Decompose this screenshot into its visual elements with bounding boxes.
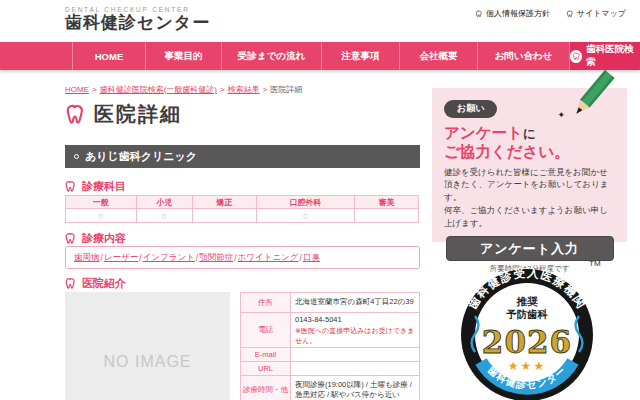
- breadcrumb: HOME>歯科健診医院検索(一般歯科健診)>検索結果>医院詳細: [65, 84, 302, 95]
- survey-headline-em: アンケート: [444, 124, 523, 141]
- breadcrumb-results[interactable]: 検索結果: [228, 85, 260, 94]
- utility-links: 個人情報保護方針 サイトマップ: [475, 8, 626, 19]
- logo-title: 歯科健診センター: [65, 13, 210, 33]
- badge-seal: TM 歯科健診受入医療機関 推奨 予防歯科 2026 ★★★ 歯科健診センター: [455, 253, 605, 400]
- subject-mark: [355, 209, 419, 223]
- clinic-info-table: 住所 北海道室蘭市宮の森町4丁目22の39 電話 0143-84-5041 ※医…: [240, 292, 420, 400]
- tooth-icon: [64, 277, 77, 290]
- service-separator: /: [139, 253, 141, 263]
- row-label-email: E-mail: [241, 348, 291, 362]
- breadcrumb-separator: >: [220, 85, 225, 94]
- logo-subtitle: DENTAL CHECKUP CENTER: [65, 6, 210, 13]
- phone-note: ※医院への直接申込みはお受けできません。: [295, 326, 415, 345]
- survey-request-box: ✦ お願い アンケートに ご協力ください。 健診を受けられた皆様にご意見をお聞か…: [432, 88, 627, 242]
- service-link-perio[interactable]: 歯周病: [74, 252, 100, 264]
- service-link-whitening[interactable]: ホワイトニング: [238, 252, 299, 264]
- subject-col-oral-surgery: 口腔外科: [256, 196, 355, 209]
- table-row: URL: [241, 362, 420, 376]
- services-heading: 診療内容: [82, 231, 126, 246]
- badge-line1: 推奨: [515, 295, 538, 307]
- certification-badge: TM 歯科健診受入医療機関 推奨 予防歯科 2026 ★★★ 歯科健診センター: [432, 253, 627, 400]
- no-image-label: NO IMAGE: [103, 353, 191, 371]
- row-label-address: 住所: [241, 293, 291, 313]
- phone-number: 0143-84-5041: [295, 315, 342, 324]
- page-title-block: 医院詳細: [64, 101, 182, 128]
- tooth-icon: [64, 232, 77, 245]
- row-label-url: URL: [241, 362, 291, 376]
- subjects-table: 一般 小児 矯正 口腔外科 審美 ○ ○ ○: [65, 195, 419, 223]
- breadcrumb-separator: >: [263, 85, 268, 94]
- tooth-circle-icon: [570, 50, 582, 63]
- table-row: 住所 北海道室蘭市宮の森町4丁目22の39: [241, 293, 420, 313]
- service-link-halitosis[interactable]: 口臭: [303, 252, 320, 264]
- row-value-url: [291, 362, 420, 376]
- row-value-hours: 夜間診療(19:00以降) / 土曜も診療 / 急患対応 / 駅やバス停から近い: [291, 376, 420, 400]
- clinic-name: ありじ歯科クリニック: [85, 149, 197, 164]
- survey-body: 健診を受けられた皆様にご意見をお聞かせ頂きたく、アンケートをお願いしております。…: [444, 166, 615, 230]
- breadcrumb-current: 医院詳細: [270, 85, 302, 94]
- nav-item-home[interactable]: HOME: [72, 42, 145, 70]
- badge-stars: ★★★: [507, 359, 545, 373]
- tooth-icon: [475, 10, 483, 18]
- nav-item-contact[interactable]: お問い合わせ: [477, 42, 569, 70]
- service-separator: /: [101, 253, 103, 263]
- nav-item-notes[interactable]: 注意事項: [321, 42, 399, 70]
- service-separator: /: [196, 253, 198, 263]
- breadcrumb-separator: >: [92, 85, 97, 94]
- subject-mark: ○: [256, 209, 355, 223]
- badge-tm: TM: [589, 259, 601, 268]
- page-title: 医院詳細: [94, 101, 182, 128]
- service-separator: /: [234, 253, 236, 263]
- nav-item-company[interactable]: 会社概要: [399, 42, 477, 70]
- row-label-hours: 診療時間・他: [241, 376, 291, 400]
- table-row: 電話 0143-84-5041 ※医院への直接申込みはお受けできません。: [241, 313, 420, 348]
- section-heading-services: 診療内容: [64, 231, 126, 246]
- privacy-policy-label: 個人情報保護方針: [486, 8, 550, 19]
- breadcrumb-home[interactable]: HOME: [65, 85, 89, 94]
- subject-mark: ○: [66, 209, 137, 223]
- clinic-name-bar: ありじ歯科クリニック: [65, 145, 420, 168]
- subject-mark: [193, 209, 257, 223]
- table-row: E-mail: [241, 348, 420, 362]
- nav-item-clinic-search[interactable]: 歯科医院検索: [569, 42, 640, 70]
- service-link-laser[interactable]: レーザー: [104, 252, 138, 264]
- main-nav: HOME 事業目的 受診までの流れ 注意事項 会社概要 お問い合わせ 歯科医院検…: [0, 42, 640, 70]
- table-row: 診療時間・他 夜間診療(19:00以降) / 土曜も診療 / 急患対応 / 駅や…: [241, 376, 420, 400]
- row-value-address: 北海道室蘭市宮の森町4丁目22の39: [291, 293, 420, 313]
- survey-headline-tail: に: [523, 127, 536, 141]
- service-link-implant[interactable]: インプラント: [143, 252, 195, 264]
- subject-col-ortho: 矯正: [193, 196, 257, 209]
- row-value-phone: 0143-84-5041 ※医院への直接申込みはお受けできません。: [291, 313, 420, 348]
- tooth-icon: [64, 180, 77, 193]
- nav-item-flow[interactable]: 受診までの流れ: [221, 42, 321, 70]
- services-box: 歯周病/レーザー/インプラント/顎関節症/ホワイトニング/口臭: [65, 246, 420, 269]
- row-value-email: [291, 348, 420, 362]
- privacy-policy-link[interactable]: 個人情報保護方針: [475, 8, 550, 19]
- request-pill: お願い: [444, 100, 497, 118]
- sitemap-link[interactable]: サイトマップ: [566, 8, 626, 19]
- service-separator: /: [300, 253, 302, 263]
- intro-heading: 医院紹介: [82, 276, 126, 291]
- sparkle-icon: ✦: [557, 110, 565, 120]
- subject-col-pediatric: 小児: [136, 196, 192, 209]
- site-logo[interactable]: DENTAL CHECKUP CENTER 歯科健診センター: [65, 6, 210, 33]
- tooth-icon: [566, 10, 574, 18]
- tooth-icon: [64, 103, 87, 126]
- survey-headline-line2: ご協力ください。: [444, 143, 570, 160]
- breadcrumb-search[interactable]: 歯科健診医院検索(一般歯科健診): [100, 85, 217, 94]
- survey-body-text2: 何卒、ご協力くださいますようお願い申し上げます。: [444, 205, 608, 228]
- subjects-marks-row: ○ ○ ○: [66, 209, 419, 223]
- subject-col-general: 一般: [66, 196, 137, 209]
- subjects-heading: 診療科目: [82, 179, 126, 194]
- subjects-header-row: 一般 小児 矯正 口腔外科 審美: [66, 196, 419, 209]
- subject-mark: ○: [136, 209, 192, 223]
- survey-body-text1: 健診を受けられた皆様にご意見をお聞かせ頂きたく、アンケートをお願いしております。: [444, 167, 609, 203]
- nav-item-purpose[interactable]: 事業目的: [145, 42, 221, 70]
- bullet-icon: [74, 154, 79, 159]
- service-link-tmj[interactable]: 顎関節症: [199, 252, 233, 264]
- row-label-phone: 電話: [241, 313, 291, 348]
- sitemap-label: サイトマップ: [577, 8, 626, 19]
- badge-year: 2026: [481, 324, 571, 360]
- section-heading-subjects: 診療科目: [64, 179, 126, 194]
- site-header: DENTAL CHECKUP CENTER 歯科健診センター 個人情報保護方針 …: [0, 0, 640, 42]
